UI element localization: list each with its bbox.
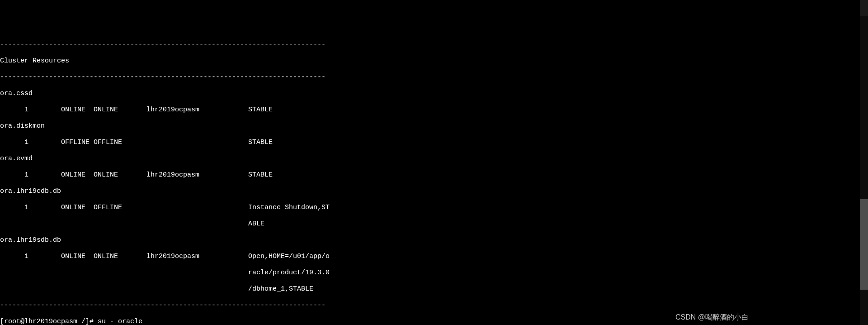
terminal-line: ora.cssd: [0, 90, 868, 98]
terminal-line: 1 OFFLINE OFFLINE STABLE: [0, 139, 868, 147]
terminal-line: ----------------------------------------…: [0, 301, 868, 310]
terminal-line: ABLE: [0, 220, 868, 228]
vertical-scrollbar[interactable]: [860, 0, 868, 325]
terminal-line: ora.lhr19sdb.db: [0, 236, 868, 244]
terminal-line: /dbhome_1,STABLE: [0, 285, 868, 293]
terminal-output: ----------------------------------------…: [0, 33, 868, 325]
terminal-line: 1 ONLINE ONLINE lhr2019ocpasm Open,HOME=…: [0, 253, 868, 261]
terminal-line: ora.diskmon: [0, 122, 868, 130]
terminal-line: 1 ONLINE ONLINE lhr2019ocpasm STABLE: [0, 106, 868, 114]
watermark-text: CSDN @喝醉酒的小白: [675, 313, 749, 321]
terminal-line: ora.lhr19cdb.db: [0, 187, 868, 196]
terminal-line: ----------------------------------------…: [0, 41, 868, 49]
terminal-line: racle/product/19.3.0: [0, 269, 868, 277]
terminal-line: 1 ONLINE ONLINE lhr2019ocpasm STABLE: [0, 171, 868, 179]
terminal-line: ora.evmd: [0, 155, 868, 163]
terminal-line: Cluster Resources: [0, 57, 868, 65]
scrollbar-thumb[interactable]: [860, 199, 868, 290]
terminal-line: ----------------------------------------…: [0, 73, 868, 81]
terminal-line: 1 ONLINE OFFLINE Instance Shutdown,ST: [0, 204, 868, 212]
